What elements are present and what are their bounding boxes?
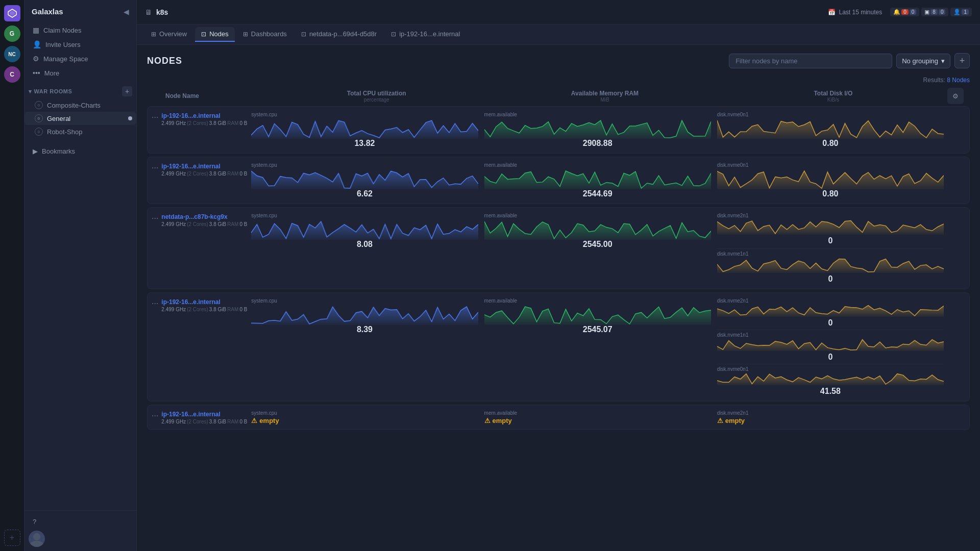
logo-icon[interactable] — [4, 5, 20, 21]
general-icon: ○ — [35, 114, 43, 122]
sidebar-item-manage-space[interactable]: ⚙ Manage Space — [29, 52, 132, 66]
main-panel: 🖥 k8s 📅 Last 15 minutes 🔔 0 0 ▣ 8 0 — [137, 0, 980, 551]
time-filter-button[interactable]: 📅 Last 15 minutes — [828, 9, 882, 16]
mem-sparkline — [484, 305, 711, 325]
sidebar-item-bookmarks[interactable]: ▶ Bookmarks — [29, 144, 132, 158]
space-c-icon[interactable]: C — [4, 66, 20, 83]
table-row: ··· ip-192-16...e.internal 2.499 GHz (2 … — [147, 405, 970, 430]
node-info: netdata-p...c87b-kcg9x 2.499 GHz (2 Core… — [161, 213, 248, 227]
mem-metric-cell: mem.available 2545.07 — [481, 298, 714, 334]
user-avatar[interactable] — [29, 531, 45, 547]
topbar: 🖥 k8s 📅 Last 15 minutes 🔔 0 0 ▣ 8 0 — [137, 0, 980, 24]
nodes-title: NODES — [147, 56, 182, 66]
mem-sparkline — [484, 169, 711, 189]
tab-nodes[interactable]: ⊡ Nodes — [195, 27, 235, 42]
disk3-metric-label: disk.nvme0n1 — [717, 366, 944, 372]
node-name-link[interactable]: ip-192-16...e.internal — [161, 298, 220, 306]
mem-metric-value: 2545.07 — [484, 325, 711, 334]
cluster-name: k8s — [156, 8, 168, 16]
node-meta: 2.499 GHz (2 Cores) 3.8 GiB RAM 0 B — [161, 171, 248, 177]
windows-notification-button[interactable]: ▣ 8 0 — [921, 8, 948, 16]
node-meta: 2.499 GHz (2 Cores) 3.8 GiB RAM 0 B — [161, 419, 248, 424]
chevron-down-icon: ▾ — [29, 88, 32, 95]
node-info: ip-192-16...e.internal 2.499 GHz (2 Core… — [161, 162, 248, 177]
results-count: 8 Nodes — [947, 77, 970, 84]
disk-metric-label: disk.nvme2n1 — [717, 298, 944, 304]
manage-space-icon: ⚙ — [33, 55, 39, 63]
disk-nvme1n1-cell: disk.nvme1n1 0 — [717, 332, 944, 364]
ip-tab-icon: ⊡ — [391, 31, 396, 38]
node-more-button[interactable]: ··· — [152, 298, 158, 308]
node-meta: 2.499 GHz (2 Cores) 3.8 GiB RAM 0 B — [161, 120, 248, 126]
disk-nvme2n1-cell: disk.nvme2n1 0 — [717, 298, 944, 330]
topbar-right: 📅 Last 15 minutes 🔔 0 0 ▣ 8 0 👤 1 — [828, 8, 972, 16]
war-rooms-label[interactable]: ▾ War Rooms — [29, 88, 72, 95]
table-settings-button[interactable]: ⚙ — [947, 88, 964, 104]
mem-metric-label: mem.available — [484, 298, 711, 304]
disk-nvme1n1-cell: disk.nvme1n1 0 — [717, 251, 944, 284]
node-name-link[interactable]: ip-192-16...e.internal — [161, 163, 220, 170]
node-more-button[interactable]: ··· — [152, 162, 158, 172]
warning-icon: ⚠ — [717, 417, 723, 424]
help-icon: ? — [33, 518, 36, 525]
mem-metric-cell: mem.available 2544.69 — [481, 162, 714, 198]
more-icon: ••• — [33, 69, 40, 77]
sidebar-item-composite-charts[interactable]: ○ Composite-Charts — [24, 98, 136, 112]
node-more-button[interactable]: ··· — [152, 112, 158, 122]
cpu-sparkline — [251, 219, 478, 240]
disk-sparkline — [717, 169, 944, 189]
space-g-icon[interactable]: G — [4, 26, 20, 42]
cpu-sparkline — [251, 305, 478, 325]
add-room-button[interactable]: + — [122, 86, 132, 96]
sidebar-item-robot-shop[interactable]: ○ Robot-Shop — [24, 125, 136, 138]
nodes-controls: No grouping ▾ + — [729, 53, 970, 68]
cpu-metric-label: system.cpu — [251, 162, 478, 168]
node-name-link[interactable]: netdata-p...c87b-kcg9x — [161, 213, 227, 220]
filter-nodes-input[interactable] — [729, 54, 892, 68]
disk-sparkline — [717, 219, 944, 235]
tab-netdata[interactable]: ⊡ netdata-p...69d4-d5d8r — [295, 27, 383, 42]
grouping-select[interactable]: No grouping ▾ — [896, 54, 950, 68]
collapse-sidebar-button[interactable]: ◀ — [124, 8, 129, 16]
table-header: Node Name Total CPU utilization percenta… — [147, 88, 970, 104]
cpu-metric-cell: system.cpu ⚠ empty — [248, 410, 481, 424]
tab-overview[interactable]: ⊞ Overview — [145, 27, 193, 42]
topbar-left: 🖥 k8s — [145, 8, 168, 16]
mem-metric-label: mem.available — [484, 213, 711, 218]
tab-ip[interactable]: ⊡ ip-192-16...e.internal — [385, 27, 466, 42]
disk-metric-label: disk.nvme2n1 — [717, 410, 944, 416]
tab-dashboards[interactable]: ⊞ Dashboards — [237, 27, 293, 42]
node-more-button[interactable]: ··· — [152, 213, 158, 223]
nodes-header: NODES No grouping ▾ + — [147, 53, 970, 68]
disk-metric-value: 0.80 — [717, 189, 944, 198]
space-nc-icon[interactable]: NC — [4, 46, 20, 62]
war-rooms-list: ○ Composite-Charts ○ General ○ Robot-Sho… — [24, 98, 136, 138]
node-info: ip-192-16...e.internal 2.499 GHz (2 Core… — [161, 112, 248, 126]
cpu-metric-value: 8.08 — [251, 240, 478, 249]
node-row-inner: ··· ip-192-16...e.internal 2.499 GHz (2 … — [148, 107, 969, 153]
sidebar-item-more[interactable]: ••• More — [29, 66, 132, 80]
disk-metric-value: 0.80 — [717, 139, 944, 148]
node-name-link[interactable]: ip-192-16...e.internal — [161, 112, 220, 119]
help-button[interactable]: ? — [29, 515, 132, 529]
disk2-metric-label: disk.nvme1n1 — [717, 332, 944, 338]
col-header-mem: Available Memory RAM MiB — [491, 90, 719, 103]
bell-icon: 🔔 — [893, 9, 900, 15]
node-name-link[interactable]: ip-192-16...e.internal — [161, 411, 220, 418]
users-notification-button[interactable]: 👤 1 — [950, 8, 972, 16]
col-header-cpu: Total CPU utilization percentage — [262, 90, 491, 103]
add-node-button[interactable]: + — [954, 53, 970, 68]
node-row-inner: ··· ip-192-16...e.internal 2.499 GHz (2 … — [148, 405, 969, 430]
sidebar-item-invite-users[interactable]: 👤 Invite Users — [29, 37, 132, 52]
sidebar-item-general[interactable]: ○ General — [24, 112, 136, 125]
results-bar: Results: 8 Nodes — [147, 77, 970, 84]
node-more-button[interactable]: ··· — [152, 410, 158, 420]
mem-metric-label: mem.available — [484, 112, 711, 117]
sidebar-item-claim-nodes[interactable]: ▦ Claim Nodes — [29, 23, 132, 37]
add-space-button[interactable]: + — [4, 530, 20, 546]
chevron-right-icon: ▶ — [33, 147, 38, 155]
svg-point-3 — [30, 541, 43, 547]
bell-notification-button[interactable]: 🔔 0 0 — [890, 8, 919, 16]
windows-count: 8 — [930, 9, 938, 15]
warning-icon: ⚠ — [251, 417, 257, 424]
